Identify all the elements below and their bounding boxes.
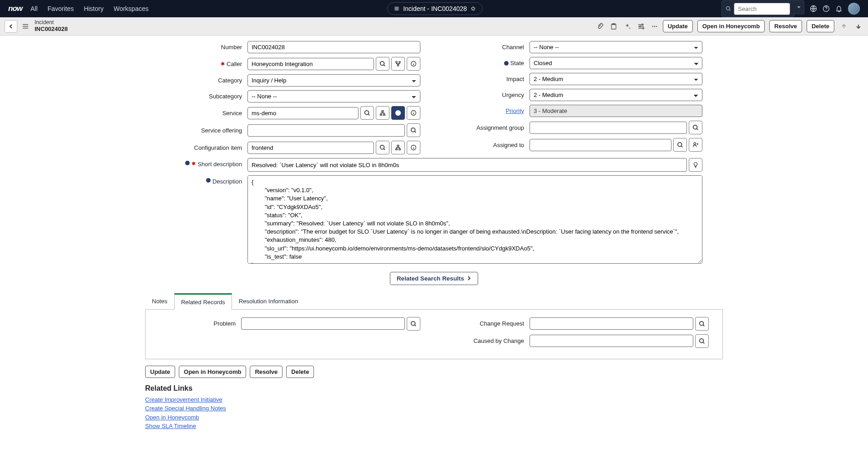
priority-label[interactable]: Priority: [506, 107, 524, 114]
link-open-honeycomb[interactable]: Open in Honeycomb: [145, 413, 723, 422]
subcategory-label: Subcategory: [166, 93, 247, 100]
svg-point-28: [694, 143, 696, 144]
channel-label: Channel: [448, 44, 530, 51]
service-lookup[interactable]: [360, 106, 374, 120]
svg-point-26: [693, 125, 697, 129]
settings-icon[interactable]: [637, 23, 645, 30]
service-info[interactable]: [407, 106, 420, 120]
related-search-button[interactable]: Related Search Results: [390, 272, 478, 285]
required-icon: ✱: [221, 61, 225, 67]
avatar[interactable]: [848, 3, 860, 15]
change-request-lookup[interactable]: [695, 317, 709, 331]
svg-point-29: [411, 321, 415, 326]
update-button[interactable]: Update: [663, 20, 693, 32]
chevron-left-icon: [8, 24, 14, 29]
number-label: Number: [166, 44, 247, 51]
service-alert[interactable]: [391, 106, 405, 120]
menu-icon[interactable]: [22, 23, 30, 30]
link-improvement[interactable]: Create Improvement Initiative: [145, 395, 723, 404]
config-item-info[interactable]: [407, 141, 420, 154]
tabs: Notes Related Records Resolution Informa…: [145, 293, 723, 310]
category-field[interactable]: Inquiry / Help: [247, 74, 420, 87]
delete-button[interactable]: Delete: [807, 20, 834, 32]
short-desc-field[interactable]: [247, 158, 687, 172]
assignment-group-field[interactable]: [530, 122, 687, 134]
service-tree[interactable]: [376, 106, 389, 120]
help-icon[interactable]: [823, 5, 830, 12]
state-label: State: [510, 60, 524, 66]
update-button-bottom[interactable]: Update: [145, 366, 175, 378]
caused-by-change-label: Caused by Change: [448, 337, 530, 344]
delete-button-bottom[interactable]: Delete: [286, 366, 314, 378]
caused-by-change-lookup[interactable]: [695, 334, 709, 348]
service-field[interactable]: [247, 107, 358, 119]
caller-label: Caller: [227, 61, 242, 67]
service-offering-label: Service offering: [166, 127, 247, 134]
subcategory-field[interactable]: -- None --: [247, 90, 420, 102]
config-item-lookup[interactable]: [376, 141, 389, 154]
globe-icon[interactable]: [810, 5, 817, 12]
short-desc-suggest[interactable]: [689, 158, 702, 172]
back-button[interactable]: [5, 20, 17, 33]
problem-lookup[interactable]: [407, 317, 420, 331]
channel-field[interactable]: -- None --: [530, 41, 702, 53]
link-sla-timeline[interactable]: Show SLA Timeline: [145, 422, 723, 431]
service-offering-field[interactable]: [247, 124, 405, 137]
svg-point-3: [641, 24, 643, 25]
page-title: Incident INC0024028: [35, 20, 68, 33]
search-input[interactable]: [734, 3, 790, 15]
toolbar-icons: [596, 23, 658, 30]
config-item-field[interactable]: [247, 142, 374, 154]
problem-field[interactable]: [241, 317, 405, 330]
changed-indicator: [504, 61, 509, 66]
link-handling-notes[interactable]: Create Special Handling Notes: [145, 404, 723, 413]
attachment-icon[interactable]: [596, 23, 604, 30]
tab-notes[interactable]: Notes: [145, 293, 174, 309]
caller-field[interactable]: [247, 58, 374, 70]
more-icon[interactable]: [651, 23, 658, 30]
nav-favorites[interactable]: Favorites: [48, 5, 74, 12]
svg-rect-15: [382, 111, 384, 112]
impact-field[interactable]: 2 - Medium: [530, 73, 702, 85]
sparkle-icon[interactable]: [624, 23, 631, 30]
service-offering-lookup[interactable]: [407, 123, 420, 137]
caller-info[interactable]: [407, 57, 420, 71]
config-item-tree[interactable]: [391, 141, 405, 154]
pill-text: Incident - INC0024028: [403, 5, 467, 12]
assignment-group-lookup[interactable]: [689, 121, 702, 134]
nav-workspaces[interactable]: Workspaces: [114, 5, 149, 12]
resolve-button-bottom[interactable]: Resolve: [250, 366, 283, 378]
changed-indicator: [206, 178, 211, 183]
bell-icon[interactable]: [835, 5, 843, 12]
search-dropdown[interactable]: [793, 0, 804, 14]
next-record[interactable]: [853, 23, 863, 30]
caller-tree[interactable]: [391, 57, 405, 71]
nav-history[interactable]: History: [84, 5, 104, 12]
svg-point-30: [700, 321, 704, 326]
tab-related-records[interactable]: Related Records: [174, 293, 232, 310]
open-honeycomb-button-bottom[interactable]: Open in Honeycomb: [179, 366, 246, 378]
resolve-button[interactable]: Resolve: [769, 20, 802, 32]
description-label: Description: [212, 178, 242, 185]
caller-lookup[interactable]: [376, 57, 389, 71]
urgency-field[interactable]: 2 - Medium: [530, 89, 702, 101]
tab-resolution-info[interactable]: Resolution Information: [232, 293, 305, 309]
number-field[interactable]: [247, 41, 420, 53]
nav-all[interactable]: All: [30, 5, 38, 12]
state-field[interactable]: Closed: [530, 57, 702, 69]
star-icon[interactable]: [470, 6, 476, 11]
caused-by-change-field[interactable]: [530, 335, 693, 347]
subheader: Incident INC0024028 Update Open in Honey…: [0, 17, 868, 36]
open-honeycomb-button[interactable]: Open in Honeycomb: [697, 20, 765, 32]
record-pill[interactable]: Incident - INC0024028: [387, 2, 483, 15]
assigned-to-lookup[interactable]: [673, 138, 687, 152]
description-field[interactable]: [247, 175, 702, 264]
svg-point-7: [654, 26, 655, 27]
assigned-to-field[interactable]: [530, 139, 671, 151]
assigned-to-person[interactable]: [689, 138, 702, 152]
change-request-field[interactable]: [530, 317, 693, 330]
prev-record[interactable]: [839, 23, 849, 30]
clipboard-icon[interactable]: [610, 23, 617, 30]
global-search[interactable]: [722, 0, 794, 17]
service-label: Service: [166, 110, 247, 117]
